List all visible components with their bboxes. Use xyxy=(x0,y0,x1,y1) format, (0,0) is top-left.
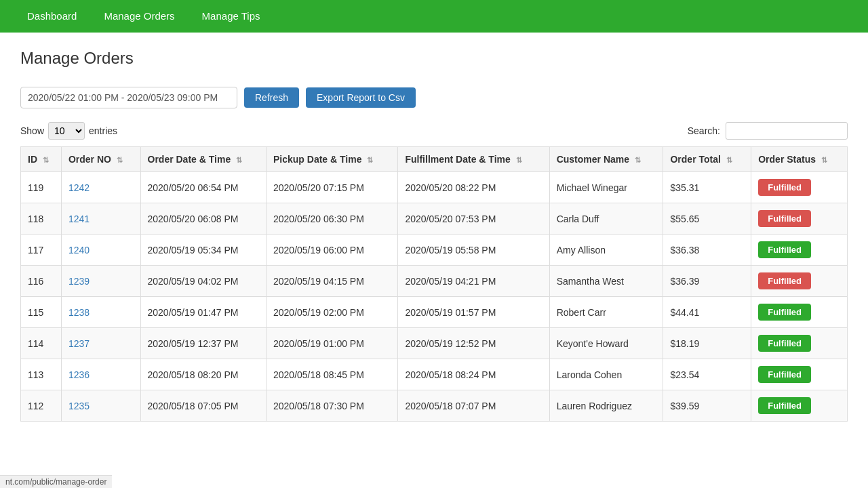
nav-manage-orders[interactable]: Manage Orders xyxy=(90,0,188,33)
nav-manage-tips[interactable]: Manage Tips xyxy=(189,0,274,33)
cell-order-status: Fulfilled xyxy=(751,297,848,328)
cell-order-total: $39.59 xyxy=(663,390,751,422)
table-row: 118 1241 2020/05/20 06:08 PM 2020/05/20 … xyxy=(21,203,848,235)
cell-order-date: 2020/05/19 04:02 PM xyxy=(140,266,266,297)
cell-order-date: 2020/05/20 06:54 PM xyxy=(140,172,266,203)
order-link[interactable]: 1239 xyxy=(68,276,90,287)
cell-id: 116 xyxy=(21,266,62,297)
table-row: 117 1240 2020/05/19 05:34 PM 2020/05/19 … xyxy=(21,235,848,266)
cell-order-total: $18.19 xyxy=(663,328,751,359)
cell-pickup-date: 2020/05/19 01:00 PM xyxy=(266,328,397,359)
order-link[interactable]: 1235 xyxy=(68,401,90,411)
status-badge: Fulfilled xyxy=(758,397,811,414)
col-order-total[interactable]: Order Total ⇅ xyxy=(663,147,751,172)
table-row: 114 1237 2020/05/19 12:37 PM 2020/05/19 … xyxy=(21,328,848,359)
cell-id: 119 xyxy=(21,172,62,203)
status-badge: Fulfilled xyxy=(758,366,811,383)
col-id[interactable]: ID ⇅ xyxy=(21,147,62,172)
order-link[interactable]: 1238 xyxy=(68,307,90,318)
cell-customer-name: Laronda Cohen xyxy=(549,359,663,390)
cell-order-no: 1240 xyxy=(61,235,140,266)
col-order-status[interactable]: Order Status ⇅ xyxy=(751,147,848,172)
search-area: Search: xyxy=(688,122,848,140)
cell-pickup-date: 2020/05/19 02:00 PM xyxy=(266,297,397,328)
date-range-input[interactable] xyxy=(20,87,237,108)
toolbar: Refresh Export Report to Csv xyxy=(20,87,848,108)
sort-icon-order-date: ⇅ xyxy=(236,156,242,164)
show-entries: Show 10 25 50 100 entries xyxy=(20,122,117,140)
status-badge: Fulfilled xyxy=(758,304,811,321)
cell-customer-name: Samantha West xyxy=(549,266,663,297)
sort-icon-fulfillment-date: ⇅ xyxy=(516,156,522,164)
cell-customer-name: Lauren Rodriguez xyxy=(549,390,663,422)
cell-order-no: 1235 xyxy=(61,390,140,422)
status-badge: Fulfilled xyxy=(758,335,811,352)
cell-order-date: 2020/05/19 12:37 PM xyxy=(140,328,266,359)
cell-fulfillment-date: 2020/05/19 05:58 PM xyxy=(398,235,549,266)
cell-customer-name: Michael Winegar xyxy=(549,172,663,203)
refresh-button[interactable]: Refresh xyxy=(244,87,299,108)
cell-customer-name: Carla Duff xyxy=(549,203,663,235)
cell-order-date: 2020/05/18 07:05 PM xyxy=(140,390,266,422)
col-order-no[interactable]: Order NO ⇅ xyxy=(61,147,140,172)
sort-icon-customer-name: ⇅ xyxy=(635,156,641,164)
table-controls: Show 10 25 50 100 entries Search: xyxy=(20,122,848,140)
cell-order-status: Fulfilled xyxy=(751,328,848,359)
status-badge: Fulfilled xyxy=(758,179,811,196)
order-link[interactable]: 1240 xyxy=(68,245,90,256)
cell-customer-name: Keyont'e Howard xyxy=(549,328,663,359)
cell-order-date: 2020/05/19 01:47 PM xyxy=(140,297,266,328)
cell-id: 115 xyxy=(21,297,62,328)
order-link[interactable]: 1236 xyxy=(68,369,90,380)
entries-select[interactable]: 10 25 50 100 xyxy=(48,122,85,140)
cell-id: 113 xyxy=(21,359,62,390)
table-header-row: ID ⇅ Order NO ⇅ Order Date & Time ⇅ Pick… xyxy=(21,147,848,172)
cell-order-total: $55.65 xyxy=(663,203,751,235)
cell-id: 117 xyxy=(21,235,62,266)
cell-id: 118 xyxy=(21,203,62,235)
cell-order-no: 1239 xyxy=(61,266,140,297)
cell-pickup-date: 2020/05/19 06:00 PM xyxy=(266,235,397,266)
cell-order-status: Fulfilled xyxy=(751,172,848,203)
cell-id: 114 xyxy=(21,328,62,359)
cell-fulfillment-date: 2020/05/20 07:53 PM xyxy=(398,203,549,235)
page-content: Manage Orders Refresh Export Report to C… xyxy=(0,33,868,438)
cell-pickup-date: 2020/05/18 07:30 PM xyxy=(266,390,397,422)
cell-order-total: $36.38 xyxy=(663,235,751,266)
order-link[interactable]: 1242 xyxy=(68,182,90,193)
cell-order-no: 1237 xyxy=(61,328,140,359)
order-link[interactable]: 1237 xyxy=(68,338,90,349)
cell-fulfillment-date: 2020/05/19 12:52 PM xyxy=(398,328,549,359)
cell-order-total: $36.39 xyxy=(663,266,751,297)
navigation: Dashboard Manage Orders Manage Tips xyxy=(0,0,868,33)
col-fulfillment-date[interactable]: Fulfillment Date & Time ⇅ xyxy=(398,147,549,172)
cell-pickup-date: 2020/05/20 06:30 PM xyxy=(266,203,397,235)
cell-pickup-date: 2020/05/19 04:15 PM xyxy=(266,266,397,297)
cell-order-status: Fulfilled xyxy=(751,390,848,422)
status-badge: Fulfilled xyxy=(758,241,811,258)
sort-icon-pickup-date: ⇅ xyxy=(367,156,373,164)
nav-dashboard[interactable]: Dashboard xyxy=(14,0,90,33)
cell-order-no: 1238 xyxy=(61,297,140,328)
status-badge: Fulfilled xyxy=(758,210,811,227)
cell-order-total: $44.41 xyxy=(663,297,751,328)
cell-fulfillment-date: 2020/05/20 08:22 PM xyxy=(398,172,549,203)
order-link[interactable]: 1241 xyxy=(68,214,90,224)
cell-order-date: 2020/05/20 06:08 PM xyxy=(140,203,266,235)
col-pickup-date[interactable]: Pickup Date & Time ⇅ xyxy=(266,147,397,172)
search-input[interactable] xyxy=(726,122,848,140)
cell-order-no: 1236 xyxy=(61,359,140,390)
col-order-date[interactable]: Order Date & Time ⇅ xyxy=(140,147,266,172)
export-button[interactable]: Export Report to Csv xyxy=(306,87,416,108)
cell-order-status: Fulfilled xyxy=(751,235,848,266)
table-row: 119 1242 2020/05/20 06:54 PM 2020/05/20 … xyxy=(21,172,848,203)
cell-pickup-date: 2020/05/18 08:45 PM xyxy=(266,359,397,390)
cell-customer-name: Amy Allison xyxy=(549,235,663,266)
table-row: 116 1239 2020/05/19 04:02 PM 2020/05/19 … xyxy=(21,266,848,297)
col-customer-name[interactable]: Customer Name ⇅ xyxy=(549,147,663,172)
cell-order-status: Fulfilled xyxy=(751,203,848,235)
cell-fulfillment-date: 2020/05/19 04:21 PM xyxy=(398,266,549,297)
table-row: 112 1235 2020/05/18 07:05 PM 2020/05/18 … xyxy=(21,390,848,422)
cell-pickup-date: 2020/05/20 07:15 PM xyxy=(266,172,397,203)
search-label: Search: xyxy=(688,125,720,136)
